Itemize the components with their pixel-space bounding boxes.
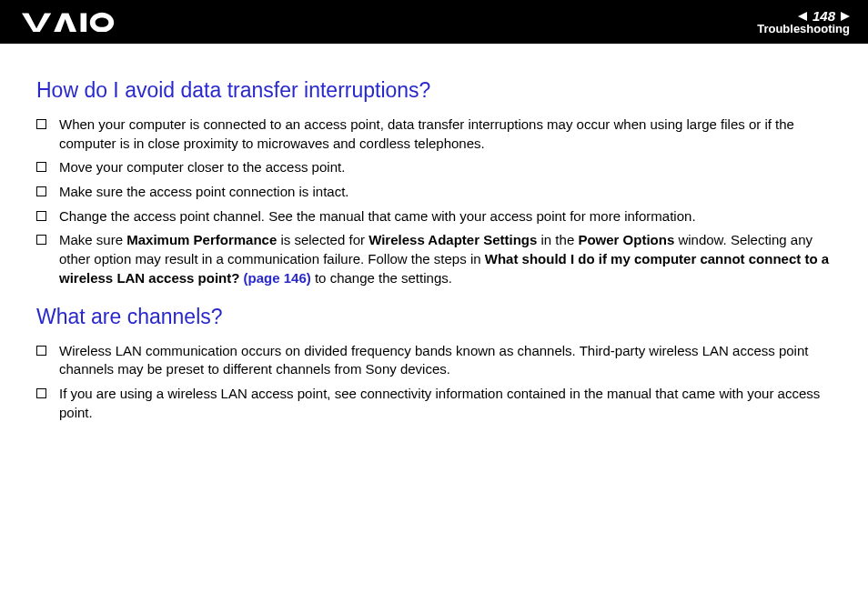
text-run: in the (537, 232, 578, 247)
list-item: If you are using a wireless LAN access p… (36, 385, 832, 422)
list-item-text: Move your computer closer to the access … (59, 158, 832, 177)
list-item: Move your computer closer to the access … (36, 158, 832, 177)
text-run: Wireless Adapter Settings (368, 232, 537, 247)
text-run: Maximum Performance (126, 232, 277, 247)
text-run: Make sure the access point connection is… (59, 184, 349, 199)
text-run: If you are using a wireless LAN access p… (59, 386, 820, 420)
section: How do I avoid data transfer interruptio… (36, 78, 832, 288)
text-run: When your computer is connected to an ac… (59, 116, 794, 151)
square-bullet-icon (36, 186, 46, 196)
list-item: Make sure the access point connection is… (36, 183, 832, 202)
vaio-logo (22, 0, 136, 44)
list-item: Wireless LAN communication occurs on div… (36, 342, 832, 379)
text-run: Move your computer closer to the access … (59, 159, 345, 175)
list-item-text: Make sure Maximum Performance is selecte… (59, 231, 832, 287)
square-bullet-icon (36, 235, 46, 245)
prev-page-arrow-icon[interactable] (798, 12, 807, 21)
square-bullet-icon (36, 119, 46, 129)
text-run: Wireless LAN communication occurs on div… (59, 343, 808, 377)
list-item-text: When your computer is connected to an ac… (59, 116, 832, 153)
next-page-arrow-icon[interactable] (841, 12, 850, 21)
header-bar: 148 Troubleshooting (0, 0, 868, 44)
text-run: Make sure (59, 232, 126, 247)
section-heading: How do I avoid data transfer interruptio… (36, 78, 832, 103)
bullet-list: Wireless LAN communication occurs on div… (36, 342, 832, 423)
square-bullet-icon (36, 211, 46, 221)
header-right: 148 Troubleshooting (757, 8, 850, 35)
list-item-text: Wireless LAN communication occurs on div… (59, 342, 832, 379)
text-run: is selected for (277, 232, 368, 247)
text-run: to change the settings. (311, 270, 452, 286)
svg-rect-0 (81, 13, 87, 32)
page-link[interactable]: (page 146) (244, 270, 311, 286)
text-run: Change the access point channel. See the… (59, 208, 696, 224)
bullet-list: When your computer is connected to an ac… (36, 116, 832, 288)
list-item: Make sure Maximum Performance is selecte… (36, 231, 832, 287)
list-item-text: If you are using a wireless LAN access p… (59, 385, 832, 422)
page-content: How do I avoid data transfer interruptio… (0, 44, 868, 446)
list-item-text: Make sure the access point connection is… (59, 183, 832, 202)
section-name: Troubleshooting (757, 22, 850, 35)
list-item: When your computer is connected to an ac… (36, 116, 832, 153)
square-bullet-icon (36, 162, 46, 172)
section: What are channels?Wireless LAN communica… (36, 305, 832, 423)
list-item-text: Change the access point channel. See the… (59, 207, 832, 226)
square-bullet-icon (36, 346, 46, 356)
square-bullet-icon (36, 388, 46, 398)
text-run: Power Options (578, 232, 674, 247)
section-heading: What are channels? (36, 305, 832, 329)
list-item: Change the access point channel. See the… (36, 207, 832, 226)
